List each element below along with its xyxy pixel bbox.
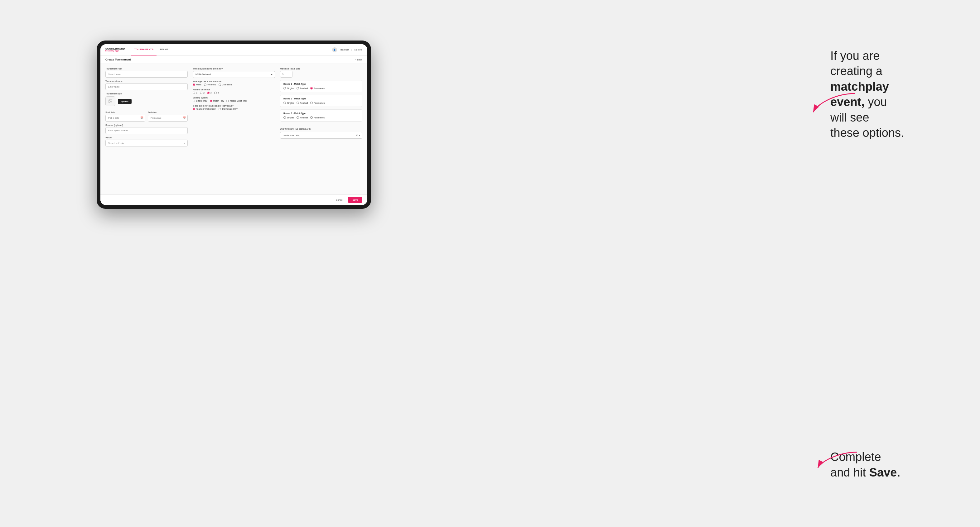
tab-tournaments[interactable]: TOURNAMENTS bbox=[131, 44, 157, 56]
round2-fourball-label: Fourball bbox=[300, 102, 308, 104]
cancel-button[interactable]: Cancel bbox=[333, 197, 345, 203]
round3-singles-label: Singles bbox=[287, 117, 294, 119]
annotation-top-line4: will see bbox=[830, 111, 869, 124]
round1-foursomes[interactable]: Foursomes bbox=[310, 87, 325, 89]
annotation-top-bold2: event, bbox=[830, 95, 865, 108]
scoring-match-label: Match Play bbox=[213, 100, 224, 102]
gender-mens-radio[interactable] bbox=[193, 84, 195, 86]
round1-fourball[interactable]: Fourball bbox=[296, 87, 308, 89]
round2-fourball[interactable]: Fourball bbox=[296, 102, 308, 104]
round-4[interactable]: 4 bbox=[214, 92, 219, 94]
scoring-match[interactable]: Match Play bbox=[210, 100, 224, 102]
round1-fourball-radio[interactable] bbox=[296, 87, 299, 89]
round3-fourball[interactable]: Fourball bbox=[296, 116, 308, 119]
round1-foursomes-label: Foursomes bbox=[314, 87, 325, 89]
round1-foursomes-radio[interactable] bbox=[310, 87, 313, 89]
scoring-medal[interactable]: Medal Match Play bbox=[226, 100, 247, 102]
rounds-group: Number of rounds 1 2 bbox=[193, 89, 275, 94]
round2-foursomes[interactable]: Foursomes bbox=[310, 102, 325, 104]
round-4-radio[interactable] bbox=[214, 92, 217, 94]
round1-singles-radio[interactable] bbox=[283, 87, 286, 89]
gender-womens-radio[interactable] bbox=[204, 84, 207, 86]
round-3-radio[interactable] bbox=[207, 92, 210, 94]
round-1-radio[interactable] bbox=[193, 92, 195, 94]
round2-singles-radio[interactable] bbox=[283, 102, 286, 104]
division-label: Which division is the event for? bbox=[193, 68, 275, 70]
tournament-host-input[interactable] bbox=[105, 71, 188, 78]
sponsor-input[interactable] bbox=[105, 127, 188, 134]
gender-combined[interactable]: Combined bbox=[219, 84, 232, 86]
sign-out-link[interactable]: Sign out bbox=[354, 49, 362, 51]
svg-point-1 bbox=[110, 100, 110, 101]
round2-singles[interactable]: Singles bbox=[283, 102, 294, 104]
round3-foursomes[interactable]: Foursomes bbox=[310, 116, 325, 119]
annotation-bottom-line1: Complete bbox=[830, 450, 881, 464]
annotation-top-line1: If you are bbox=[830, 49, 880, 62]
scoring-stroke-label: Stroke Play bbox=[196, 100, 207, 102]
end-date-input[interactable] bbox=[148, 115, 188, 122]
tab-teams[interactable]: TEAMS bbox=[156, 44, 172, 56]
max-team-size-input[interactable] bbox=[280, 71, 293, 78]
teams-teams[interactable]: Teams (+Individuals) bbox=[193, 108, 216, 110]
max-team-size-group: Maximum Team Size bbox=[280, 68, 362, 78]
gender-womens[interactable]: Womens bbox=[204, 84, 216, 86]
gender-combined-label: Combined bbox=[222, 84, 232, 86]
avatar: 👤 bbox=[332, 48, 337, 52]
form-body: Tournament Host Tournament name Tourname… bbox=[100, 64, 367, 150]
teams-individuals-radio[interactable] bbox=[219, 108, 221, 110]
round-1[interactable]: 1 bbox=[193, 92, 197, 94]
scoring-radio-group: Stroke Play Match Play Medal Match Play bbox=[193, 100, 275, 102]
scoring-stroke[interactable]: Stroke Play bbox=[193, 100, 207, 102]
venue-input[interactable] bbox=[105, 140, 188, 146]
third-party-clear-icon[interactable]: ✕ bbox=[356, 134, 358, 137]
logo-powered: Powered by clippit bbox=[105, 50, 125, 52]
logo-area: SCOREBOARD Powered by clippit bbox=[105, 48, 125, 52]
gender-mens[interactable]: Mens bbox=[193, 84, 201, 86]
round1-singles-label: Singles bbox=[287, 87, 294, 89]
round3-foursomes-radio[interactable] bbox=[310, 116, 313, 119]
scoring-medal-radio[interactable] bbox=[226, 100, 229, 102]
division-select[interactable]: NCAA Division I bbox=[193, 71, 275, 78]
scoring-label: Scoring system bbox=[193, 97, 275, 99]
gender-radio-group: Mens Womens Combined bbox=[193, 84, 275, 86]
round3-singles[interactable]: Singles bbox=[283, 116, 294, 119]
teams-label: Is this event for Teams and/or Individua… bbox=[193, 105, 275, 107]
third-party-label: Use third-party live scoring API? bbox=[280, 128, 311, 130]
teams-teams-radio[interactable] bbox=[193, 108, 195, 110]
nav-tabs: TOURNAMENTS TEAMS bbox=[131, 44, 172, 56]
round3-fourball-radio[interactable] bbox=[296, 116, 299, 119]
scoring-match-radio[interactable] bbox=[210, 100, 212, 102]
teams-teams-label: Teams (+Individuals) bbox=[196, 108, 216, 110]
upload-button[interactable]: Upload bbox=[118, 99, 132, 104]
gender-label: Which gender is the event for? bbox=[193, 80, 275, 83]
round3-singles-radio[interactable] bbox=[283, 116, 286, 119]
teams-individuals[interactable]: Individuals Only bbox=[219, 108, 237, 110]
save-button[interactable]: Save bbox=[348, 197, 362, 203]
gender-combined-radio[interactable] bbox=[219, 84, 221, 86]
round3-foursomes-label: Foursomes bbox=[314, 117, 325, 119]
scoring-stroke-radio[interactable] bbox=[193, 100, 195, 102]
round2-fourball-radio[interactable] bbox=[296, 102, 299, 104]
start-date-input[interactable] bbox=[105, 115, 145, 122]
image-icon bbox=[108, 99, 113, 103]
round-3-label: 3 bbox=[210, 92, 212, 94]
round-1-label: 1 bbox=[196, 92, 197, 94]
annotation-top-bold1: matchplay bbox=[830, 80, 889, 93]
back-button[interactable]: ‹ Back bbox=[355, 58, 362, 61]
third-party-select[interactable]: Leaderboard King bbox=[280, 132, 362, 139]
round-2-radio[interactable] bbox=[200, 92, 202, 94]
scoring-group: Scoring system Stroke Play Match Play bbox=[193, 97, 275, 102]
max-team-size-label: Maximum Team Size bbox=[280, 68, 362, 70]
teams-individuals-label: Individuals Only bbox=[222, 108, 237, 110]
teams-group: Is this event for Teams and/or Individua… bbox=[193, 105, 275, 110]
round-3[interactable]: 3 bbox=[207, 92, 212, 94]
form-col-2: Which division is the event for? NCAA Di… bbox=[193, 68, 275, 146]
round-2[interactable]: 2 bbox=[200, 92, 205, 94]
create-header: Create Tournament ‹ Back bbox=[100, 56, 367, 64]
tournament-name-input[interactable] bbox=[105, 83, 188, 90]
end-date-label: End date bbox=[148, 111, 156, 113]
annotation-bottom-right: Complete and hit Save. bbox=[830, 449, 949, 480]
sponsor-label: Sponsor (optional) bbox=[105, 124, 188, 126]
round1-singles[interactable]: Singles bbox=[283, 87, 294, 89]
round2-foursomes-radio[interactable] bbox=[310, 102, 313, 104]
